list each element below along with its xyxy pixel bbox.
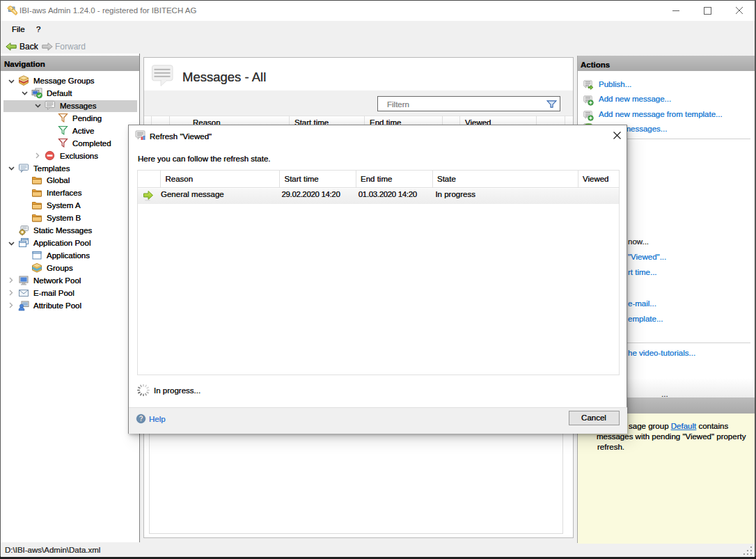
svg-text:?: ?: [139, 415, 143, 423]
